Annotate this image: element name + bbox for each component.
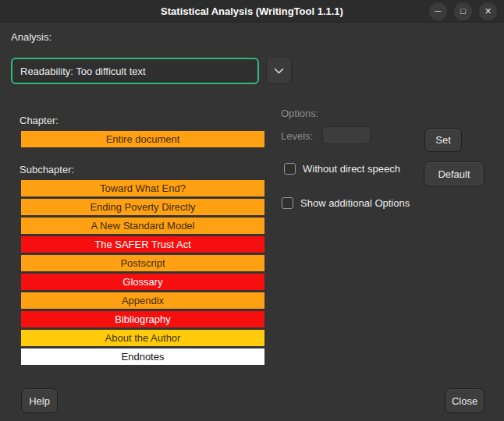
maximize-button[interactable]: □	[454, 2, 472, 20]
chapter-bar-label: Glossary	[122, 276, 162, 288]
show-additional-options-label: Show additional Options	[300, 197, 410, 209]
chapter-bar[interactable]: A New Standard Model	[21, 218, 264, 234]
options-label: Options:	[281, 108, 318, 119]
levels-label: Levels:	[281, 130, 313, 142]
chapter-bar-label: About the Author	[105, 332, 181, 344]
analysis-dropdown-button[interactable]	[266, 58, 292, 84]
maximize-icon: □	[460, 7, 466, 16]
chapter-bar[interactable]: The SAFER Trust Act	[21, 236, 264, 253]
show-additional-options-checkbox[interactable]	[282, 197, 293, 209]
chapter-bar[interactable]: Toward What End?	[21, 180, 264, 196]
chapter-bar-label: A New Standard Model	[91, 220, 195, 232]
chapter-bar-label: Postscript	[120, 257, 165, 269]
minimize-button[interactable]: ─	[429, 2, 447, 20]
chapter-bar-label: Bibliography	[115, 313, 171, 325]
analysis-combobox[interactable]: Readability: Too difficult text	[11, 58, 259, 84]
chevron-down-icon	[274, 68, 284, 75]
without-direct-speech-row[interactable]: Without direct speech	[284, 163, 400, 175]
set-button[interactable]: Set	[424, 128, 462, 152]
subchapter-list: Toward What End? Ending Poverty Directly…	[21, 180, 264, 365]
close-button[interactable]: ✕	[479, 2, 497, 20]
titlebar: Statistical Analysis (WritingTool 1.1.1)…	[0, 0, 504, 23]
chapter-bar[interactable]: Ending Poverty Directly	[21, 199, 264, 215]
chapter-bar-label: Endnotes	[122, 351, 165, 363]
chapter-bar[interactable]: Appendix	[21, 292, 264, 309]
chapter-bar[interactable]: Entire document	[21, 131, 264, 147]
chapter-label: Chapter:	[20, 115, 59, 126]
chapter-list: Entire document	[21, 131, 264, 147]
dialog-window: Statistical Analysis (WritingTool 1.1.1)…	[0, 0, 504, 421]
chapter-bar[interactable]: About the Author	[21, 330, 264, 346]
subchapter-label: Subchapter:	[20, 164, 74, 175]
close-icon: ✕	[484, 7, 492, 16]
chapter-bar-label: The SAFER Trust Act	[94, 239, 191, 250]
minimize-icon: ─	[435, 7, 442, 16]
levels-input[interactable]	[322, 126, 371, 144]
without-direct-speech-label: Without direct speech	[303, 163, 400, 175]
default-button[interactable]: Default	[424, 161, 484, 187]
chapter-bar[interactable]: Postscript	[21, 255, 264, 271]
analysis-selected-value: Readability: Too difficult text	[20, 65, 146, 77]
chapter-bar-label: Toward What End?	[100, 182, 186, 194]
without-direct-speech-checkbox[interactable]	[284, 163, 296, 175]
window-controls: ─ □ ✕	[429, 2, 497, 20]
chapter-bar[interactable]: Glossary	[21, 274, 264, 290]
show-additional-options-row[interactable]: Show additional Options	[282, 197, 410, 209]
chapter-bar[interactable]: Endnotes	[21, 348, 264, 365]
close-dialog-button[interactable]: Close	[445, 388, 484, 413]
help-button[interactable]: Help	[21, 388, 58, 413]
chapter-bar-label: Ending Poverty Directly	[90, 201, 195, 213]
chapter-bar-label: Appendix	[122, 295, 164, 306]
chapter-bar[interactable]: Bibliography	[21, 311, 264, 327]
analysis-label: Analysis:	[11, 31, 51, 43]
chapter-bar-label: Entire document	[106, 133, 180, 145]
window-title: Statistical Analysis (WritingTool 1.1.1)	[161, 5, 343, 17]
